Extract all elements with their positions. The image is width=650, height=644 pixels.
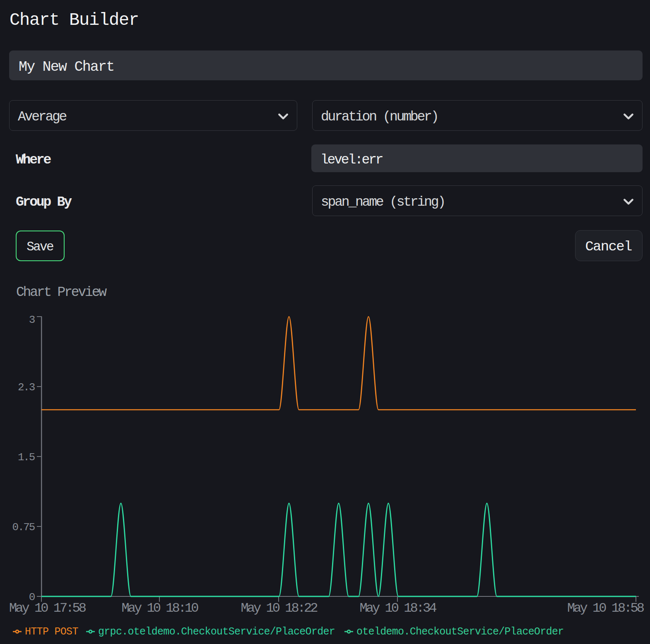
svg-text:3: 3 — [29, 314, 35, 326]
svg-text:0.75: 0.75 — [12, 521, 35, 533]
svg-text:May 10 18:22: May 10 18:22 — [241, 601, 317, 616]
svg-text:May 10 18:10: May 10 18:10 — [121, 601, 198, 616]
svg-text:grpc.oteldemo.CheckoutService/: grpc.oteldemo.CheckoutService/PlaceOrder — [98, 626, 335, 638]
svg-text:May 10 17:58: May 10 17:58 — [9, 601, 86, 616]
svg-text:oteldemo.CheckoutService/Place: oteldemo.CheckoutService/PlaceOrder — [356, 626, 564, 638]
svg-text:HTTP POST: HTTP POST — [25, 626, 78, 638]
svg-text:May 10 18:58: May 10 18:58 — [567, 601, 644, 616]
svg-text:May 10 18:34: May 10 18:34 — [359, 601, 436, 616]
svg-text:1.5: 1.5 — [18, 451, 35, 464]
svg-text:2.3: 2.3 — [18, 381, 35, 394]
